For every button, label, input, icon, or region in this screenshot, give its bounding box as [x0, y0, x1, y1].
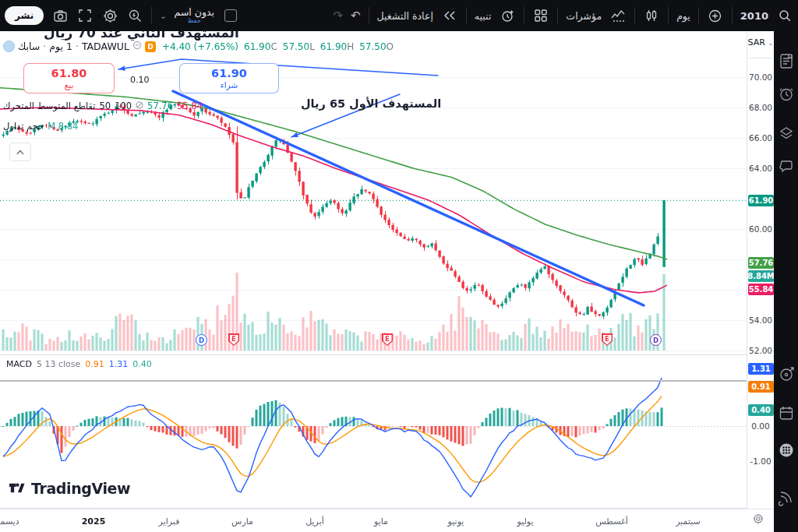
sell-button[interactable]: 61.80 بيع: [23, 63, 115, 93]
ma-fast-value: 57.76: [147, 100, 173, 111]
time-axis-label: أغسطس: [595, 516, 628, 527]
axis-price-badge: 8.84M: [748, 270, 774, 282]
axis-tick-label: 54.00: [747, 315, 774, 325]
ma-slow-value: 55.84: [177, 100, 203, 111]
target-icon[interactable]: [777, 366, 795, 384]
volume-legend-title: حجم تداول: [3, 121, 44, 132]
settings-gear-icon[interactable]: [101, 7, 118, 24]
buy-button[interactable]: 61.90 شراء: [179, 63, 279, 93]
time-axis-label: مارس: [231, 516, 253, 527]
axis-price-badge: 61.90: [748, 195, 774, 206]
alerts-clock-icon[interactable]: [777, 86, 795, 104]
earnings-marker[interactable]: E: [602, 333, 613, 346]
axis-tick-label: 60.00: [747, 224, 774, 234]
macd-legend-row[interactable]: MACD 5 13 close 0.911.310.40: [6, 359, 152, 369]
price-change: +4.40 (+7.65%): [162, 41, 238, 52]
axis-price-badge: 0.91: [748, 381, 774, 393]
save-layout-link[interactable]: حفظ: [188, 17, 202, 24]
axis-tick-label: 68.00: [747, 103, 774, 112]
macd-params: 5 13 close: [37, 359, 80, 369]
symbol-legend-row: سابك · يوم 1 · TADAWUL D +4.40 (+7.65%) …: [3, 41, 394, 52]
chat-icon[interactable]: [777, 157, 795, 175]
annotation-target-1[interactable]: المستهدف الأول 65 ريال: [301, 97, 441, 110]
fullscreen-icon[interactable]: [76, 7, 94, 24]
tradingview-mark-icon: [8, 479, 26, 497]
earnings-marker[interactable]: E: [382, 333, 393, 346]
quick-search-icon[interactable]: [126, 7, 143, 24]
undo-icon[interactable]: ↶: [351, 9, 361, 23]
camera-icon[interactable]: [51, 7, 69, 24]
macd-value: 0.40: [132, 359, 152, 369]
replay-button[interactable]: إعادة التشغيل: [377, 10, 433, 22]
symbol-search-value[interactable]: 2010: [740, 10, 768, 22]
time-axis-label: سبتمبر: [676, 516, 701, 527]
delay-badge[interactable]: D: [145, 41, 156, 52]
layout-name-menu[interactable]: بدون اسم حفظ: [175, 7, 215, 24]
indicators-chart-icon[interactable]: [609, 7, 627, 24]
volume-legend-row[interactable]: حجم تداول M 8.84: [3, 121, 78, 132]
axis-price-badge: 55.84: [748, 284, 774, 295]
ohlc-item: 61.90H: [320, 41, 354, 52]
tradingview-app: نشر ⌄ بدون اسم حفظ ↷ ↶: [0, 0, 798, 532]
ma-cross-legend-row[interactable]: تقاطع المتوسط المتحرك 50 100 57.76 55.84: [3, 100, 203, 111]
time-axis-label: مايو: [374, 516, 388, 527]
link-icon: [132, 41, 142, 52]
time-axis-label: فبراير: [159, 516, 180, 527]
dividend-marker[interactable]: D: [196, 334, 207, 346]
candle-style-icon[interactable]: [643, 7, 660, 24]
calendar-icon[interactable]: [777, 404, 795, 422]
replay-rewind-icon[interactable]: [441, 7, 458, 24]
ohlc-item: 57.50L: [283, 41, 315, 52]
symbol-exchange: TADAWUL: [82, 41, 129, 52]
indicators-button[interactable]: مؤشرات: [566, 10, 602, 22]
pane-separator[interactable]: [0, 354, 747, 355]
axis-price-badge: 1.31: [748, 363, 774, 375]
publish-button[interactable]: نشر: [5, 6, 44, 25]
alert-button[interactable]: تنبيه: [475, 10, 492, 22]
layout-grid-icon[interactable]: [532, 7, 549, 24]
time-axis-label: يونيو: [448, 516, 464, 527]
volume-value: M 8.84: [48, 121, 78, 132]
axis-separator: [750, 58, 772, 58]
time-axis[interactable]: ديسمبر2025فبرايرمارسأبريلمايويونيويوليوأ…: [0, 509, 774, 532]
search-icon[interactable]: [776, 7, 793, 24]
alert-clock-icon[interactable]: [499, 7, 516, 24]
interval-button[interactable]: يوم: [676, 10, 690, 22]
axis-tick-label: 52.00: [747, 346, 774, 355]
news-icon[interactable]: [777, 490, 795, 508]
time-axis-label: يوليو: [517, 516, 533, 527]
axis-tick-label: 0.00: [747, 421, 774, 431]
axis-tick-label: 66.00: [747, 133, 774, 143]
earnings-marker[interactable]: E: [228, 333, 239, 346]
chevron-down-icon[interactable]: ⌄: [160, 12, 166, 20]
symbol-interval-word[interactable]: يوم: [49, 41, 63, 52]
compare-add-icon[interactable]: [707, 7, 724, 24]
hotlists-icon[interactable]: [777, 442, 795, 460]
legend-collapse-button[interactable]: [9, 143, 31, 161]
currency-dropdown[interactable]: SAR ⌄: [747, 37, 774, 48]
time-settings-gear-icon[interactable]: [753, 513, 764, 524]
object-tree-icon[interactable]: [777, 125, 795, 143]
symbol-name[interactable]: سابك: [18, 41, 40, 52]
layout-square-icon[interactable]: [222, 7, 239, 24]
watchlist-icon[interactable]: [777, 52, 795, 70]
ohlc-item: 57.50O: [359, 41, 394, 52]
symbol-interval-num[interactable]: 1: [66, 41, 72, 52]
dividend-marker[interactable]: D: [650, 334, 662, 346]
toolbar-separator: [151, 7, 152, 24]
time-axis-label: ديسمبر: [0, 516, 19, 527]
ohlc-values: 61.90C57.50L61.90H57.50O: [244, 41, 394, 52]
annotation-target-2[interactable]: المستهدف الثاني عند 70 ريال: [44, 31, 239, 41]
top-toolbar: نشر ⌄ بدون اسم حفظ ↷ ↶: [0, 0, 798, 31]
toolbar-left-group: نشر ⌄ بدون اسم حفظ: [5, 6, 239, 25]
time-axis-label: 2025: [82, 516, 106, 527]
price-axis[interactable]: SAR ⌄ 70.0068.0066.0064.0060.0054.0052.0…: [747, 31, 774, 509]
pane-resize-handle[interactable]: [0, 380, 747, 382]
main-chart-pane: المستهدف الثاني عند 70 ريال المستهدف الأ…: [0, 31, 747, 354]
redo-icon[interactable]: ↷: [333, 9, 343, 23]
tradingview-logo[interactable]: TradingView: [8, 479, 130, 497]
axis-tick-label: 70.00: [747, 72, 774, 82]
right-sidebar: [774, 31, 798, 532]
macd-name: MACD: [6, 359, 32, 369]
spread-value: 0.10: [128, 75, 152, 85]
